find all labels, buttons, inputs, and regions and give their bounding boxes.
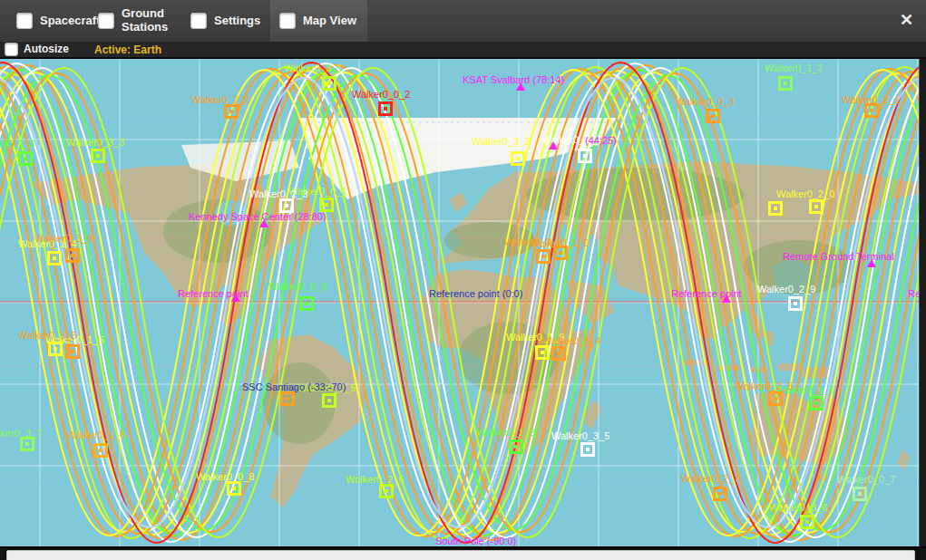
marker-inner xyxy=(794,302,797,305)
ground-station-label: Kennedy Space Center (28:80) xyxy=(189,211,327,222)
satellite-label: Walker0_0_8 xyxy=(196,471,254,482)
satellite-label: Walker0_3_2 xyxy=(472,136,530,147)
satellite-marker xyxy=(536,249,551,264)
marker-inner xyxy=(229,110,233,113)
marker-inner xyxy=(559,251,562,255)
satellite-label: Walker0_3_0 xyxy=(504,237,562,247)
marker-inner xyxy=(774,397,777,401)
ground-station-marker-icon xyxy=(231,294,240,302)
marker-inner xyxy=(583,154,587,158)
satellite-marker xyxy=(853,487,867,501)
marker-inner xyxy=(586,448,590,451)
ground-station-label: Reference point (0:0) xyxy=(429,288,522,299)
satellite-marker xyxy=(227,481,241,496)
satellite-label: Walker0_3_5 xyxy=(551,430,609,441)
ground-station-marker-icon xyxy=(722,294,731,303)
satellite-label: Walker0_0_0 xyxy=(268,281,327,292)
satellite-marker xyxy=(299,296,314,311)
marker-inner xyxy=(96,154,100,158)
map-right-edge xyxy=(919,59,926,546)
map-view-checkbox[interactable] xyxy=(279,13,296,29)
marker-inner xyxy=(71,254,74,257)
marker-inner xyxy=(516,157,520,160)
satellite-label: Walker0_2_2 xyxy=(191,94,249,105)
satellite-marker xyxy=(65,248,80,263)
satellite-marker xyxy=(20,437,34,451)
satellite-label: Walker0_0_7 xyxy=(837,474,895,485)
settings-checkbox[interactable] xyxy=(190,13,207,29)
ground-station-label: KSAT Svalbard (78:14) xyxy=(463,74,564,85)
marker-inner xyxy=(286,397,289,401)
satellite-marker xyxy=(319,198,334,212)
satellite-label: Walker0_3_3 xyxy=(66,137,124,148)
ground-station-marker-icon xyxy=(259,219,268,227)
satellite-marker xyxy=(809,396,824,410)
satellite-marker xyxy=(864,103,879,118)
marker-inner xyxy=(814,205,818,208)
satellite-marker xyxy=(509,439,523,454)
marker-inner xyxy=(385,489,388,493)
marker-inner xyxy=(814,401,818,405)
marker-inner xyxy=(858,492,862,496)
marker-inner xyxy=(54,347,57,351)
satellite-label: Walker0_2_0 xyxy=(776,188,834,199)
satellite-label: Walker0_2_6 xyxy=(346,474,404,485)
toolbar-item-spacecraft[interactable]: Spacecraft xyxy=(7,0,98,42)
satellite-label: Walker0_0_3 xyxy=(676,96,734,107)
map-view-label: Map View xyxy=(303,14,356,28)
satellite-marker xyxy=(280,391,295,406)
ground-station-label: SSC Santiago (-33:-70) xyxy=(242,381,346,392)
marker-inner xyxy=(557,352,560,355)
satellite-marker xyxy=(93,443,108,458)
satellite-label: Walker0_3_8 xyxy=(18,330,76,341)
satellite-marker xyxy=(535,345,550,360)
ground-station-marker-icon xyxy=(549,141,558,150)
marker-inner xyxy=(514,445,518,449)
satellite-marker xyxy=(511,151,525,166)
satellite-marker xyxy=(91,149,105,163)
satellite-label: Walker0_3_1 xyxy=(284,63,342,73)
marker-inner xyxy=(541,255,545,258)
satellite-marker xyxy=(553,246,568,260)
marker-inner xyxy=(805,520,809,524)
toolbar-item-ground-stations[interactable]: Ground Stations xyxy=(89,0,180,42)
satellite-marker xyxy=(322,76,336,91)
marker-inner xyxy=(384,107,387,111)
scrollbar-left-corner xyxy=(0,548,6,560)
ground-station-label: South Pole (-90:0) xyxy=(435,536,516,546)
satellite-marker xyxy=(18,151,33,166)
scrollbar-thumb[interactable] xyxy=(6,550,915,560)
toolbar-item-map-view[interactable]: Map View xyxy=(270,0,367,42)
satellite-label: Walker0_1_8 xyxy=(477,427,535,438)
marker-inner xyxy=(541,351,544,354)
satellite-label: Walker0_3_4 xyxy=(542,335,600,346)
satellite-marker xyxy=(778,76,793,91)
ground-station-label: Remote Ground Terminal xyxy=(783,251,894,262)
satellite-marker xyxy=(768,201,783,216)
ground-stations-checkbox[interactable] xyxy=(98,13,114,29)
satellite-label: Walker0_2_7 xyxy=(681,473,739,484)
satellite-marker xyxy=(322,393,336,408)
satellite-marker xyxy=(578,149,592,163)
marker-inner xyxy=(305,302,308,305)
autosize-checkbox[interactable] xyxy=(5,43,18,56)
satellite-label: Walker0_2_8 xyxy=(735,381,793,391)
satellite-marker xyxy=(224,104,239,119)
spacecraft-checkbox[interactable] xyxy=(16,13,33,29)
marker-inner xyxy=(53,256,56,260)
satellite-marker xyxy=(713,487,727,501)
satellite-marker xyxy=(378,101,393,116)
satellite-marker xyxy=(379,484,394,498)
satellite-label: Walker0_3_6 xyxy=(769,502,827,513)
ground-station-label: (44:25) xyxy=(585,135,617,146)
map-overlay: Walker0_0_0Walker0_0_1Walker0_0_2Walker0… xyxy=(0,59,926,546)
satellite-label: Walker0_3_9 xyxy=(34,233,93,244)
marker-inner xyxy=(325,203,328,207)
marker-inner xyxy=(99,449,102,452)
close-icon[interactable]: ✕ xyxy=(900,12,913,28)
toolbar-row2: Autosize Active: Earth xyxy=(0,42,926,59)
toolbar-item-settings[interactable]: Settings xyxy=(181,0,260,42)
satellite-label: Walker0_2_9 xyxy=(757,284,815,294)
horizontal-scrollbar[interactable] xyxy=(0,546,926,560)
ground-track-map[interactable]: Walker0_0_0Walker0_0_1Walker0_0_2Walker0… xyxy=(0,59,926,546)
